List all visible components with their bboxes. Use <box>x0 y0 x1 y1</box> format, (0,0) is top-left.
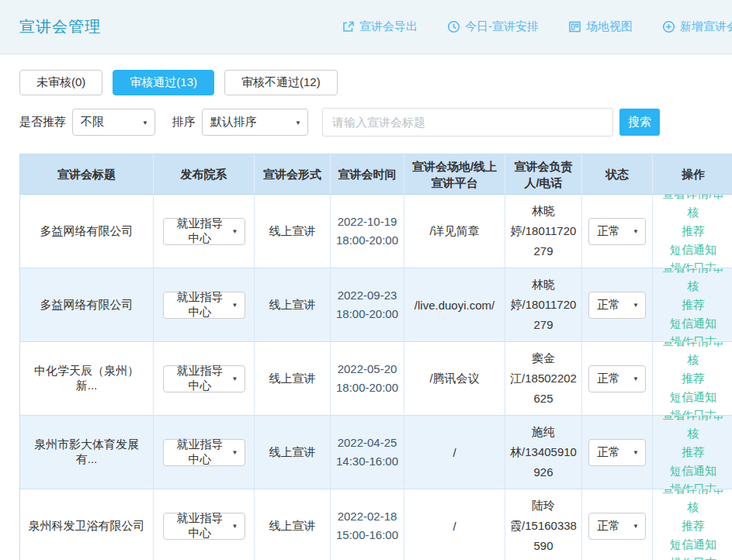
presentation-time: 2022-09-23 18:00-20:00 <box>335 286 399 323</box>
view-detail-review-link[interactable]: 查看详情/审核 <box>657 342 729 369</box>
presentation-form: 线上宣讲 <box>269 372 316 386</box>
presentation-title: 多益网络有限公司 <box>40 224 134 239</box>
recommend-link[interactable]: 推荐 <box>682 517 705 535</box>
operation-log-link[interactable]: 操作日志 <box>670 554 716 560</box>
sms-notify-link[interactable]: 短信通知 <box>670 388 716 406</box>
column-header-contact: 宣讲会负责人/电话 <box>505 154 582 195</box>
department-select-value: 就业指导中心 <box>172 364 229 393</box>
today-schedule-link[interactable]: 今日-宣讲安排 <box>447 19 539 34</box>
sort-select[interactable]: 默认排序 <box>202 109 308 136</box>
header-link-label: 场地视图 <box>586 19 633 34</box>
table-row: 多益网络有限公司 就业指导中心 线上宣讲 2022-09-23 18:00-20… <box>20 268 732 342</box>
sms-notify-link[interactable]: 短信通知 <box>670 535 716 554</box>
presentation-form: 线上宣讲 <box>269 519 316 534</box>
tab-unreviewed[interactable]: 未审核(0) <box>19 70 102 95</box>
recommend-link[interactable]: 推荐 <box>682 222 705 240</box>
department-select-value: 就业指导中心 <box>172 511 229 541</box>
table-body: 多益网络有限公司 就业指导中心 线上宣讲 2022-10-19 18:00-20… <box>20 195 732 560</box>
status-select-value: 正常 <box>597 298 620 313</box>
presentation-title: 多益网络有限公司 <box>40 298 134 313</box>
export-icon <box>342 20 355 33</box>
column-header-form: 宣讲会形式 <box>255 154 331 195</box>
recommend-link[interactable]: 推荐 <box>682 443 705 461</box>
table-header: 宣讲会标题 发布院系 宣讲会形式 宣讲会时间 宣讲会场地/线上宣讲平台 宣讲会负… <box>20 154 732 195</box>
tab-rejected[interactable]: 审核不通过(12) <box>224 70 338 95</box>
presentation-form: 线上宣讲 <box>269 224 316 239</box>
contact-person-phone: 窦金江/18502202625 <box>510 348 577 409</box>
presentation-venue: /腾讯会议 <box>429 372 479 386</box>
presentation-form: 线上宣讲 <box>269 298 316 313</box>
header-actions: 宣讲会导出 今日-宣讲安排 场地视图 新增宣讲会 <box>342 19 732 34</box>
presentation-venue: /详见简章 <box>429 224 479 239</box>
department-select[interactable]: 就业指导中心 <box>163 292 245 319</box>
filter-bar: 是否推荐 不限 排序 默认排序 搜索 <box>0 95 732 137</box>
sms-notify-link[interactable]: 短信通知 <box>670 240 716 259</box>
presentation-time: 2022-02-18 15:00-16:00 <box>335 507 399 544</box>
department-select-value: 就业指导中心 <box>172 290 229 320</box>
status-select[interactable]: 正常 <box>588 439 646 466</box>
review-status-tabs: 未审核(0) 审核通过(13) 审核不通过(12) <box>0 54 732 95</box>
view-detail-review-link[interactable]: 查看详情/审核 <box>657 416 729 443</box>
column-header-actions: 操作 <box>653 154 732 195</box>
status-select[interactable]: 正常 <box>588 292 646 319</box>
operation-log-link[interactable]: 操作日志 <box>670 333 716 342</box>
column-header-status: 状态 <box>582 154 653 195</box>
presentation-management-page: 宣讲会管理 宣讲会导出 今日-宣讲安排 场地视图 <box>0 0 732 560</box>
presentation-venue: / <box>453 446 456 459</box>
recommend-select[interactable]: 不限 <box>72 109 155 136</box>
recommend-select-value: 不限 <box>81 115 104 130</box>
header-link-label: 今日-宣讲安排 <box>465 19 539 34</box>
department-select-value: 就业指导中心 <box>172 216 229 246</box>
table-row: 多益网络有限公司 就业指导中心 线上宣讲 2022-10-19 18:00-20… <box>20 195 732 268</box>
presentation-venue: / <box>453 520 456 533</box>
department-select[interactable]: 就业指导中心 <box>163 513 245 540</box>
presentation-time: 2022-05-20 18:00-20:00 <box>335 360 399 397</box>
venue-view-icon <box>568 20 581 33</box>
status-select-value: 正常 <box>597 372 620 386</box>
recommend-filter-label: 是否推荐 <box>19 115 66 130</box>
status-select[interactable]: 正常 <box>588 513 646 540</box>
contact-person-phone: 施纯林/13405910926 <box>510 422 577 482</box>
status-select-value: 正常 <box>597 224 620 239</box>
sms-notify-link[interactable]: 短信通知 <box>670 461 716 480</box>
view-detail-review-link[interactable]: 查看详情/审核 <box>657 195 729 222</box>
add-presentation-link[interactable]: 新增宣讲会 <box>662 19 732 34</box>
contact-person-phone: 林晓婷/18011720279 <box>510 275 577 335</box>
plus-circle-icon <box>662 20 675 33</box>
tab-approved[interactable]: 审核通过(13) <box>113 70 214 95</box>
sms-notify-link[interactable]: 短信通知 <box>670 314 716 333</box>
status-select[interactable]: 正常 <box>588 218 646 245</box>
export-presentations-link[interactable]: 宣讲会导出 <box>342 19 418 34</box>
header-link-label: 宣讲会导出 <box>359 19 418 34</box>
department-select[interactable]: 就业指导中心 <box>163 439 245 466</box>
presentation-time: 2022-10-19 18:00-20:00 <box>335 213 399 250</box>
operation-log-link[interactable]: 操作日志 <box>670 259 716 268</box>
view-detail-review-link[interactable]: 查看详情/审核 <box>657 489 729 517</box>
presentation-title: 泉州市影大体育发展有... <box>25 437 148 467</box>
view-detail-review-link[interactable]: 查看详情/审核 <box>657 268 729 296</box>
department-select[interactable]: 就业指导中心 <box>163 365 245 392</box>
department-select[interactable]: 就业指导中心 <box>163 218 245 245</box>
presentation-form: 线上宣讲 <box>269 445 316 460</box>
recommend-link[interactable]: 推荐 <box>682 296 705 314</box>
search-button[interactable]: 搜索 <box>619 109 660 136</box>
venue-view-link[interactable]: 场地视图 <box>568 19 633 34</box>
presentation-title: 泉州科发卫浴有限公司 <box>29 519 145 534</box>
search-input[interactable] <box>322 108 613 137</box>
table-row: 泉州科发卫浴有限公司 就业指导中心 线上宣讲 2022-02-18 15:00-… <box>20 489 732 560</box>
presentations-table: 宣讲会标题 发布院系 宣讲会形式 宣讲会时间 宣讲会场地/线上宣讲平台 宣讲会负… <box>19 154 732 560</box>
presentation-venue: /live.duoyi.com/ <box>415 299 494 312</box>
contact-person-phone: 林晓婷/18011720279 <box>510 201 577 261</box>
operation-log-link[interactable]: 操作日志 <box>670 480 716 489</box>
page-title: 宣讲会管理 <box>19 16 101 37</box>
column-header-venue: 宣讲会场地/线上宣讲平台 <box>404 154 505 195</box>
recommend-link[interactable]: 推荐 <box>682 369 705 388</box>
department-select-value: 就业指导中心 <box>172 437 229 467</box>
presentation-title: 中化学天辰（泉州）新... <box>25 364 148 393</box>
table-row: 中化学天辰（泉州）新... 就业指导中心 线上宣讲 2022-05-20 18:… <box>20 342 732 416</box>
page-header: 宣讲会管理 宣讲会导出 今日-宣讲安排 场地视图 <box>0 0 732 54</box>
column-header-time: 宣讲会时间 <box>331 154 404 195</box>
operation-log-link[interactable]: 操作日志 <box>670 406 716 416</box>
status-select[interactable]: 正常 <box>588 365 646 392</box>
table-row: 泉州市影大体育发展有... 就业指导中心 线上宣讲 2022-04-25 14:… <box>20 416 732 489</box>
